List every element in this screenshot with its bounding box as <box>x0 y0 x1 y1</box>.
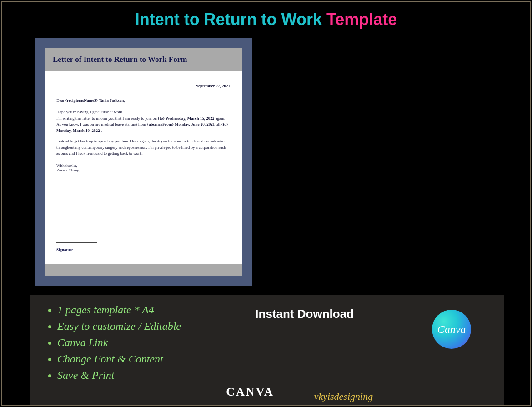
feature-item: Save & Print <box>57 367 495 383</box>
letter-body: September 27, 2021 Dear {recipientsName5… <box>45 71 242 172</box>
product-card: Intent to Return to Work Template Letter… <box>1 1 531 406</box>
letter-closing: With thanks, Prisela Chang <box>56 163 230 172</box>
letter-date: September 27, 2021 <box>56 84 230 88</box>
canva-badge-text: Canva <box>437 323 466 336</box>
salutation-name: Tania Jackson <box>99 98 124 103</box>
salutation-prefix: Dear <box>56 98 65 103</box>
signature-label: Signature <box>56 247 97 252</box>
salutation-suffix: , <box>124 98 125 103</box>
p1-line2: I'm writing this letter to inform you th… <box>56 116 157 121</box>
p1-till: till <box>216 122 221 126</box>
signature-block: Signature <box>56 242 97 252</box>
feature-item: Canva Link <box>57 334 495 351</box>
salutation-token: {recipientsName5} <box>65 98 98 103</box>
title-main: Intent to Return to Work <box>135 10 322 29</box>
instant-download-label: Instant Download <box>255 307 354 321</box>
letter-footer-bar <box>45 264 242 276</box>
letter-header: Letter of Intent to Return to Work Form <box>45 48 242 71</box>
canva-word: CANVA <box>226 385 274 399</box>
sender-name: Prisela Chang <box>56 168 79 172</box>
feature-strip: 1 pages template * A4 Easy to customize … <box>30 295 504 405</box>
letter-paper: Letter of Intent to Return to Work Form … <box>45 48 242 276</box>
p1-join-date: {to} Wednesday, March 15, 2022 <box>158 116 214 121</box>
brand-signature: vkyisdesigning <box>314 391 373 402</box>
p1-line1: Hope you're having a great time at work. <box>56 110 123 114</box>
title-accent: Template <box>326 10 397 29</box>
page-title: Intent to Return to Work Template <box>2 10 530 29</box>
closing-line: With thanks, <box>56 163 77 168</box>
letter-paragraph-2: I intend to get back up to speed my posi… <box>56 138 230 157</box>
canva-badge-icon: Canva <box>432 310 471 349</box>
document-preview-panel: Letter of Intent to Return to Work Form … <box>35 38 252 286</box>
feature-item: Change Font & Content <box>57 351 495 367</box>
letter-salutation: Dear {recipientsName5} Tania Jackson, <box>56 98 230 103</box>
signature-line <box>56 242 97 243</box>
letter-paragraph-1: Hope you're having a great time at work.… <box>56 109 230 134</box>
p1-absence-from: {absenceFrom} Monday, June 20, 2021 <box>147 122 215 126</box>
